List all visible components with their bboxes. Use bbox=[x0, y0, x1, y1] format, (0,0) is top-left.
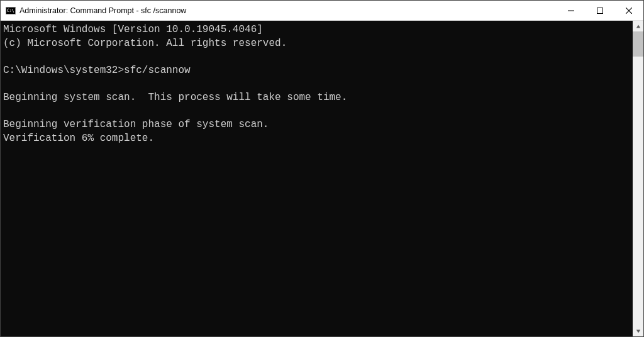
scrollbar-thumb[interactable] bbox=[633, 31, 643, 57]
titlebar[interactable]: C:\ Administrator: Command Prompt - sfc … bbox=[1, 1, 643, 21]
verify-progress-line: Verification 6% complete. bbox=[3, 133, 154, 144]
close-icon bbox=[626, 8, 632, 14]
window-title: Administrator: Command Prompt - sfc /sca… bbox=[19, 6, 557, 15]
chevron-up-icon bbox=[636, 24, 641, 29]
minimize-icon bbox=[568, 8, 574, 14]
window-controls bbox=[557, 1, 643, 20]
chevron-down-icon bbox=[636, 329, 641, 334]
prompt-line: C:\Windows\system32>sfc/scannow bbox=[3, 65, 191, 76]
scroll-up-button[interactable] bbox=[633, 21, 643, 31]
minimize-button[interactable] bbox=[557, 1, 586, 20]
scroll-down-button[interactable] bbox=[633, 326, 643, 336]
maximize-button[interactable] bbox=[586, 1, 614, 20]
terminal-output[interactable]: Microsoft Windows [Version 10.0.19045.40… bbox=[1, 21, 633, 336]
svg-rect-1 bbox=[597, 8, 603, 13]
scrollbar-track[interactable] bbox=[633, 31, 643, 326]
command-prompt-window: C:\ Administrator: Command Prompt - sfc … bbox=[0, 0, 644, 337]
maximize-icon bbox=[597, 8, 603, 14]
command-prompt-icon: C:\ bbox=[6, 7, 16, 14]
version-line: Microsoft Windows [Version 10.0.19045.40… bbox=[3, 24, 263, 35]
app-icon: C:\ bbox=[6, 6, 16, 16]
verify-begin-line: Beginning verification phase of system s… bbox=[3, 119, 269, 130]
svg-rect-0 bbox=[568, 10, 574, 11]
scan-begin-line: Beginning system scan. This process will… bbox=[3, 92, 347, 103]
copyright-line: (c) Microsoft Corporation. All rights re… bbox=[3, 38, 287, 49]
close-button[interactable] bbox=[614, 1, 643, 20]
content-wrapper: Microsoft Windows [Version 10.0.19045.40… bbox=[1, 21, 643, 336]
vertical-scrollbar[interactable] bbox=[633, 21, 643, 336]
